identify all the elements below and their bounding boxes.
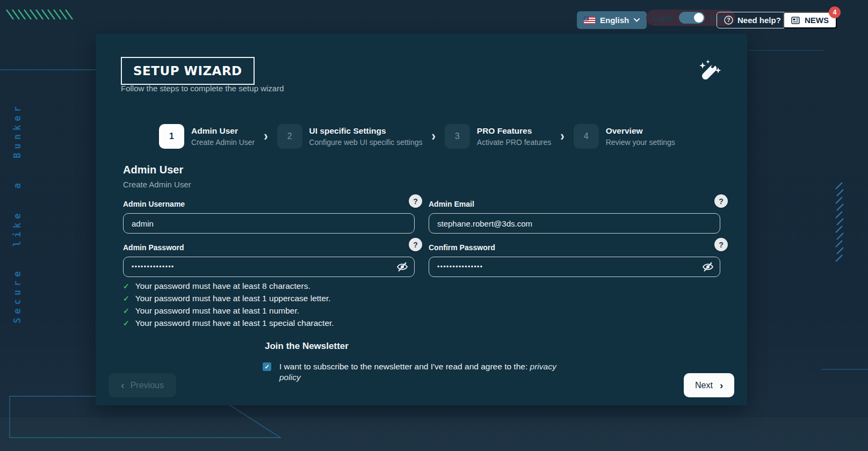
- step-number: 1: [159, 124, 184, 149]
- check-icon: ✓: [123, 307, 129, 315]
- password-visibility-toggle[interactable]: [396, 260, 409, 273]
- check-icon: ✓: [123, 294, 129, 303]
- newsletter-title: Join the Newsletter: [265, 341, 349, 352]
- username-field-group: Admin Username ?: [123, 198, 415, 234]
- light-label: Light: [653, 13, 673, 23]
- step-title: Overview: [606, 126, 675, 136]
- password-rule-item: ✓ Your password must have at least 1 spe…: [123, 318, 334, 328]
- next-button[interactable]: Next ›: [684, 373, 734, 397]
- newspaper-icon: [791, 17, 800, 24]
- username-input[interactable]: [123, 213, 415, 234]
- bottom-band: [0, 417, 868, 451]
- previous-label: Previous: [131, 381, 164, 390]
- chevron-right-icon: ›: [720, 380, 723, 391]
- username-label: Admin Username: [123, 200, 185, 208]
- newsletter-consent-row: ✓ I want to subscribe to the newsletter …: [263, 361, 559, 383]
- step-pro-features[interactable]: 3 PRO Features Activate PRO features: [445, 124, 552, 149]
- theme-toggle[interactable]: [679, 12, 705, 24]
- password-rule-item: ✓ Your password must have at least 8 cha…: [123, 281, 334, 291]
- username-help-icon[interactable]: ?: [409, 194, 422, 208]
- step-subtitle: Create Admin User: [191, 138, 255, 147]
- news-count-badge: 4: [829, 6, 841, 18]
- password-rules-list: ✓ Your password must have at least 8 cha…: [123, 281, 334, 331]
- confirm-password-label: Confirm Password: [429, 243, 495, 252]
- toggle-knob: [694, 13, 704, 23]
- email-label: Admin Email: [429, 200, 474, 208]
- page-background: Secure like a Bunker English: [0, 0, 868, 451]
- topbar: English Light Dark ? Need help?: [0, 0, 868, 30]
- us-flag-icon: [584, 17, 595, 24]
- step-subtitle: Activate PRO features: [477, 138, 552, 147]
- magic-wand-icon: [697, 59, 721, 83]
- rule-text: Your password must have at least 1 numbe…: [135, 306, 299, 316]
- blue-slashes-decoration: [836, 183, 843, 261]
- form-section-subtitle: Create Admin User: [123, 180, 191, 189]
- setup-wizard-logo: SETUP WIZARD: [121, 57, 255, 85]
- need-help-button[interactable]: ? Need help?: [717, 12, 789, 28]
- secure-bunker-tagline: Secure like a Bunker: [12, 146, 23, 323]
- setup-wizard-card: SETUP WIZARD Follow the steps to complet…: [96, 34, 747, 405]
- step-subtitle: Review your settings: [606, 138, 675, 147]
- chevron-right-icon: ›: [431, 128, 435, 144]
- language-select[interactable]: English: [577, 11, 647, 29]
- step-admin-user[interactable]: 1 Admin User Create Admin User: [159, 124, 255, 149]
- wizard-tagline: Follow the steps to complete the setup w…: [121, 84, 284, 93]
- eye-slash-icon: [701, 260, 714, 273]
- rule-text: Your password must have at least 8 chara…: [135, 281, 310, 291]
- need-help-label: Need help?: [737, 16, 781, 25]
- chevron-right-icon: ›: [560, 128, 564, 144]
- news-label: NEWS: [805, 16, 829, 25]
- next-label: Next: [695, 381, 713, 390]
- question-circle-icon: ?: [724, 16, 733, 25]
- newsletter-consent-text: I want to subscribe to the newsletter an…: [279, 361, 559, 383]
- confirm-password-help-icon[interactable]: ?: [714, 238, 728, 251]
- confirm-password-field-group: Confirm Password ?: [429, 241, 720, 277]
- confirm-password-input[interactable]: [429, 257, 720, 277]
- step-title: Admin User: [191, 126, 255, 136]
- email-input[interactable]: [429, 213, 720, 234]
- newsletter-checkbox[interactable]: ✓: [263, 362, 271, 371]
- previous-button[interactable]: ‹ Previous: [108, 373, 176, 397]
- consent-text: I want to subscribe to the newsletter an…: [279, 362, 527, 371]
- news-button[interactable]: NEWS 4: [783, 12, 837, 28]
- step-overview[interactable]: 4 Overview Review your settings: [574, 124, 675, 149]
- chevron-down-icon: [634, 18, 640, 22]
- password-rule-item: ✓ Your password must have at least 1 upp…: [123, 294, 334, 303]
- password-rule-item: ✓ Your password must have at least 1 num…: [123, 306, 334, 316]
- chevron-right-icon: ›: [264, 128, 267, 144]
- confirm-password-visibility-toggle[interactable]: [701, 260, 714, 273]
- step-number: 3: [445, 124, 470, 149]
- form-section-title: Admin User: [123, 164, 183, 176]
- check-icon: ✓: [123, 282, 129, 290]
- wizard-steps: 1 Admin User Create Admin User › 2 UI sp…: [159, 124, 675, 149]
- step-title: PRO Features: [477, 126, 552, 136]
- step-subtitle: Configure web UI specific settings: [309, 138, 423, 147]
- password-label: Admin Password: [123, 243, 184, 252]
- rule-text: Your password must have at least 1 upper…: [135, 294, 331, 303]
- step-ui-settings[interactable]: 2 UI specific Settings Configure web UI …: [277, 124, 423, 149]
- email-field-group: Admin Email ?: [429, 198, 720, 234]
- password-field-group: Admin Password ?: [123, 241, 415, 277]
- eye-slash-icon: [396, 260, 409, 273]
- chevron-left-icon: ‹: [121, 379, 125, 391]
- password-help-icon[interactable]: ?: [409, 238, 422, 251]
- check-icon: ✓: [123, 319, 129, 328]
- rule-text: Your password must have at least 1 speci…: [135, 318, 334, 328]
- step-title: UI specific Settings: [309, 126, 423, 136]
- svg-text:?: ?: [727, 17, 730, 23]
- step-number: 4: [574, 124, 599, 149]
- admin-form: Admin Username ? Admin Email ? Admin: [123, 198, 816, 277]
- email-help-icon[interactable]: ?: [714, 194, 728, 208]
- password-input[interactable]: [123, 257, 415, 277]
- language-label: English: [600, 16, 629, 25]
- step-number: 2: [277, 124, 302, 149]
